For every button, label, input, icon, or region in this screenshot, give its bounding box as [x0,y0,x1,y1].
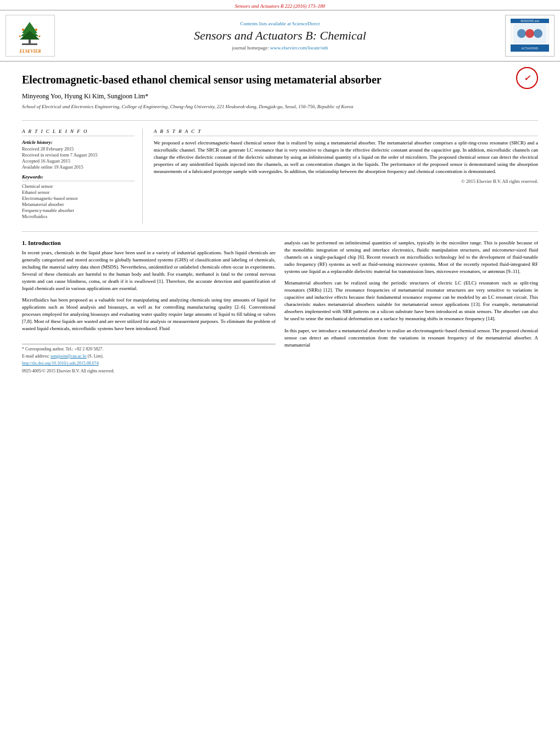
article-info-panel: A R T I C L E I N F O Article history: R… [22,129,143,224]
email-suffix: (S. Lim). [88,354,104,359]
elsevier-logo: ELSEVIER [5,15,55,57]
doi-link[interactable]: http://dx.doi.org/10.1016/j.snb.2015.08.… [22,361,99,366]
article-body: ✓ Electromagnetic-based ethanol chemical… [0,62,560,376]
abstract-section: A B S T R A C T We proposed a novel elec… [154,129,538,224]
copyright-notice: © 2015 Elsevier B.V. All rights reserved… [154,178,538,184]
keywords-block: Keywords: Chemical sensor Ethanol sensor… [22,174,135,219]
svg-point-5 [22,29,24,31]
left-column: 1. Introduction In recent years, chemica… [22,239,276,376]
article-history-block: Article history: Received 28 February 20… [22,140,135,170]
keyword-4: Metamaterial absorber [22,202,135,207]
intro-paragraph-1: In recent years, chemicals in the liquid… [22,249,276,292]
svg-text:SENSORS and: SENSORS and [520,19,539,23]
journal-title-center: Contents lists available at ScienceDirec… [55,21,505,51]
svg-point-8 [39,36,41,37]
article-title-section: ✓ Electromagnetic-based ethanol chemical… [22,62,538,121]
keyword-1: Chemical sensor [22,183,135,189]
contents-available-line: Contents lists available at ScienceDirec… [66,21,494,26]
sensors-actuators-logo: SENSORS and ACTUATORS [505,15,555,57]
email-link[interactable]: sungjoon@cau.ac.kr [51,354,87,359]
available-date: Available online 19 August 2015 [22,164,135,170]
footnote-corresponding: * Corresponding author. Tel.: +82 2 820 … [22,347,276,352]
keyword-5: Frequency-tunable absorber [22,208,135,213]
abstract-text: We proposed a novel electromagnetic-base… [154,140,538,175]
article-info-title: A R T I C L E I N F O [22,129,135,136]
sensors-logo-icon: SENSORS and ACTUATORS [511,19,549,52]
svg-point-14 [525,29,534,38]
footnote-issn: 0925-4005/© 2015 Elsevier B.V. All right… [22,369,276,374]
intro-paragraph-2: Microfluidics has been proposed as a val… [22,297,276,332]
keywords-title: Keywords: [22,174,135,181]
email-label: E-mail address: [22,354,51,359]
abstract-title: A B S T R A C T [154,129,538,136]
homepage-link[interactable]: www.elsevier.com/locate/snb [270,45,328,51]
footnote-doi: http://dx.doi.org/10.1016/j.snb.2015.08.… [22,361,276,366]
journal-ref-text: Sensors and Actuators B 222 (2016) 173–1… [235,3,325,9]
journal-header: ELSEVIER Contents lists available at Sci… [0,10,560,62]
keyword-6: Microfluidics [22,214,135,219]
right-paragraph-2: Metamaterial absorbers can be realized u… [284,280,538,322]
sciencedirect-link[interactable]: ScienceDirect [292,21,320,26]
footnotes: * Corresponding author. Tel.: +82 2 820 … [22,344,276,375]
elsevier-wordmark: ELSEVIER [8,49,52,54]
right-paragraph-1: analysis can be performed on infinitesim… [284,239,538,275]
svg-point-7 [19,36,21,37]
journal-homepage: journal homepage: www.elsevier.com/locat… [66,45,494,51]
journal-name: Sensors and Actuators B: Chemical [66,29,494,43]
article-info-abstract: A R T I C L E I N F O Article history: R… [22,121,538,232]
journal-reference-bar: Sensors and Actuators B 222 (2016) 173–1… [0,0,560,10]
keyword-3: Electromagnetic-based sensor [22,196,135,201]
right-paragraph-3: In this paper, we introduce a metamateri… [284,327,538,349]
received-date: Received 28 February 2015 [22,146,135,152]
article-title: Electromagnetic-based ethanol chemical s… [22,72,538,87]
crossmark-icon: ✓ [516,67,538,89]
revised-date: Received in revised form 7 August 2015 [22,152,135,158]
svg-point-15 [534,29,542,38]
article-history-title: Article history: [22,140,135,145]
svg-point-6 [35,29,37,31]
footnote-email: E-mail address: sungjoon@cau.ac.kr (S. L… [22,354,276,359]
elsevier-tree-icon [11,18,49,48]
accepted-date: Accepted 16 August 2015 [22,158,135,164]
main-content: 1. Introduction In recent years, chemica… [22,232,538,376]
svg-point-13 [517,29,526,38]
right-column: analysis can be performed on infinitesim… [284,239,538,376]
keyword-2: Ethanol sensor [22,189,135,195]
affiliation: School of Electrical and Electronics Eng… [22,104,538,109]
crossmark-container: ✓ [516,67,538,89]
authors-line: Minyeong Yoo, Hyung Ki Kim, Sungjoon Lim… [22,92,538,101]
section-heading: 1. Introduction [22,239,276,246]
svg-rect-4 [22,43,37,45]
svg-text:ACTUATORS: ACTUATORS [522,47,539,50]
